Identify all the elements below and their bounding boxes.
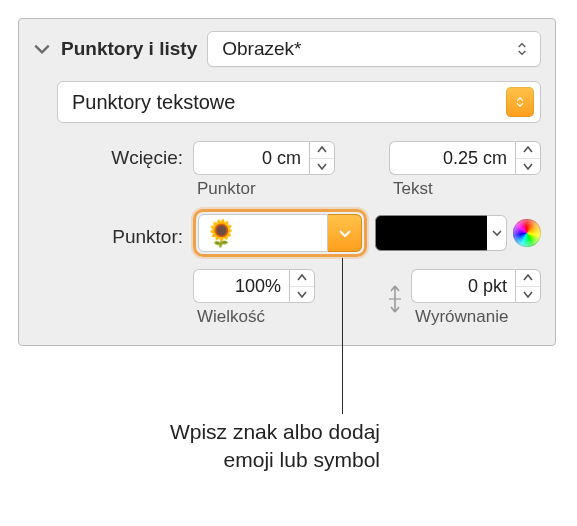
text-indent-sublabel: Tekst [389, 179, 433, 199]
size-stepper[interactable] [289, 269, 315, 303]
bullets-lists-panel: Punktory i listy Obrazek* Punktory tekst… [18, 18, 556, 346]
callout-leader-line [342, 258, 343, 414]
callout-line1: Wpisz znak albo dodaj [170, 420, 380, 443]
list-style-popup[interactable]: Obrazek* [207, 31, 541, 67]
bullet-char-row: Punktor: 🌻 [33, 209, 541, 257]
list-style-popup-label: Obrazek* [222, 38, 301, 60]
bullet-indent-sublabel: Punktor [193, 179, 256, 199]
bullet-char-label: Punktor: [33, 218, 193, 248]
section-title: Punktory i listy [61, 38, 197, 60]
align-sublabel: Wyrównanie [411, 307, 508, 327]
align-axis-icon [385, 282, 405, 314]
align-group: 0 pkt Wyrównanie [385, 269, 541, 327]
indent-label: Wcięcie: [33, 141, 193, 169]
size-group: 100% Wielkość [193, 269, 315, 327]
updown-icon [514, 41, 530, 57]
callout-text: Wpisz znak albo dodaj emoji lub symbol [60, 418, 380, 475]
bullet-char-input[interactable]: 🌻 [198, 214, 328, 252]
indent-row: Wcięcie: 0 cm Punktor 0.25 cm Tekst [33, 141, 541, 199]
color-wheel-icon[interactable] [513, 219, 541, 247]
text-indent-stepper[interactable] [515, 141, 541, 175]
bullet-char-menu-button[interactable] [328, 214, 362, 252]
bullet-type-popup[interactable]: Punktory tekstowe [57, 81, 541, 123]
callout-line2: emoji lub symbol [224, 448, 380, 471]
bullet-indent-group: 0 cm Punktor [193, 141, 335, 199]
align-stepper[interactable] [515, 269, 541, 303]
size-sublabel: Wielkość [193, 307, 265, 327]
size-field[interactable]: 100% [193, 269, 289, 303]
align-field[interactable]: 0 pkt [411, 269, 515, 303]
bullet-emoji: 🌻 [205, 220, 237, 246]
section-header: Punktory i listy Obrazek* [33, 31, 541, 67]
bullet-indent-field[interactable]: 0 cm [193, 141, 309, 175]
bullet-color-menu[interactable] [487, 215, 507, 251]
bullet-color-swatch[interactable] [375, 215, 493, 251]
text-indent-field[interactable]: 0.25 cm [389, 141, 515, 175]
bullet-char-well: 🌻 [193, 209, 367, 257]
bullet-color-group [375, 215, 541, 251]
popup-arrows-icon [506, 87, 534, 117]
size-align-row: 100% Wielkość 0 pkt [33, 269, 541, 327]
text-indent-group: 0.25 cm Tekst [389, 141, 541, 199]
disclosure-triangle[interactable] [33, 40, 51, 58]
bullet-indent-stepper[interactable] [309, 141, 335, 175]
bullet-type-popup-label: Punktory tekstowe [72, 91, 235, 114]
